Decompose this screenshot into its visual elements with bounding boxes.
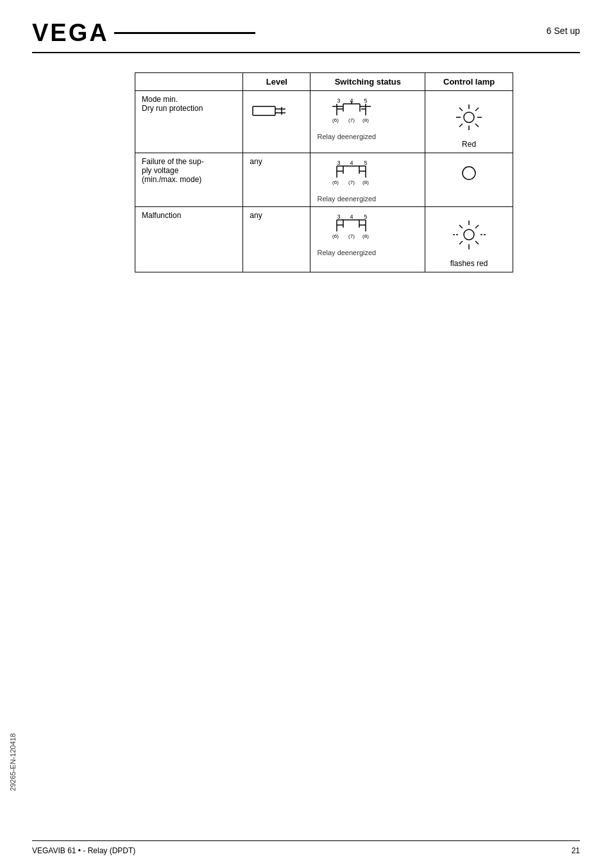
svg-text:3: 3	[337, 97, 341, 104]
svg-point-46	[463, 167, 475, 179]
sun-icon-1	[453, 101, 485, 133]
svg-line-30	[459, 124, 463, 127]
relay-diagram-3: 3 4 5 (6) (7) (8)	[329, 211, 406, 246]
footer-right: 21	[572, 846, 580, 855]
svg-point-31	[464, 112, 474, 122]
svg-text:5: 5	[364, 213, 368, 220]
svg-text:5: 5	[364, 97, 368, 104]
col-lamp-header: Control lamp	[425, 73, 513, 91]
svg-text:(6): (6)	[332, 179, 339, 185]
mode-label-3: Malfunction	[142, 211, 181, 220]
footer: VEGAVIB 61 • - Relay (DPDT) 21	[32, 840, 580, 855]
svg-text:(8): (8)	[362, 233, 369, 239]
circle-icon-2	[459, 163, 479, 183]
svg-text:4: 4	[350, 160, 353, 166]
svg-text:(6): (6)	[332, 233, 339, 239]
level-cell-1	[243, 91, 310, 153]
table-row: Failure of the sup-ply voltage(min./max.…	[135, 153, 513, 207]
table-row: Malfunction any 3 4 5 (6) (7) (8)	[135, 207, 513, 272]
svg-text:(6): (6)	[332, 117, 339, 123]
page: VEGA 6 Set up Level Switching status Con…	[0, 0, 612, 868]
level-any-3: any	[250, 211, 262, 220]
sun-flash-icon	[432, 211, 506, 259]
sun-solid-icon	[432, 95, 506, 140]
relay-diagram-2: 3 4 5 (6) (7) (8)	[329, 157, 406, 192]
svg-text:(7): (7)	[348, 233, 355, 239]
switch-cell-3: 3 4 5 (6) (7) (8)	[310, 207, 425, 272]
logo-bar: VEGA	[32, 19, 255, 47]
svg-text:(7): (7)	[348, 117, 355, 123]
level-cell-2: any	[243, 153, 310, 207]
logo: VEGA	[32, 19, 109, 47]
mode-cell-3: Malfunction	[135, 207, 243, 272]
switch-cell-1: 3 4 5 (6) (7) (8) Relay de	[310, 91, 425, 153]
col-mode-header	[135, 73, 243, 91]
svg-point-69	[464, 230, 474, 240]
mode-cell-2: Failure of the sup-ply voltage(min./max.…	[135, 153, 243, 207]
lamp-label-1: Red	[432, 140, 506, 149]
circle-empty-icon	[432, 157, 506, 189]
level-cell-3: any	[243, 207, 310, 272]
svg-text:5: 5	[364, 160, 368, 166]
col-switch-header: Switching status	[310, 73, 425, 91]
svg-rect-0	[253, 106, 275, 115]
svg-line-29	[475, 108, 479, 111]
relay-label-2: Relay deenergized	[317, 195, 418, 203]
relay-diagram-1: 3 4 5 (6) (7) (8)	[329, 95, 406, 130]
svg-text:(8): (8)	[362, 179, 369, 185]
table-row: Mode min.Dry run protection	[135, 91, 513, 153]
svg-text:(7): (7)	[348, 179, 355, 185]
svg-line-66	[475, 241, 479, 244]
header: VEGA 6 Set up	[32, 19, 580, 53]
level-icon-1	[250, 95, 288, 127]
lamp-cell-1: Red	[425, 91, 513, 153]
svg-line-28	[475, 124, 479, 127]
relay-label-1: Relay deenergized	[317, 133, 418, 140]
col-level-header: Level	[243, 73, 310, 91]
relay-label-3: Relay deenergized	[317, 249, 418, 256]
svg-line-68	[459, 241, 463, 244]
svg-line-27	[459, 108, 463, 111]
lamp-cell-2	[425, 153, 513, 207]
lamp-label-3: flashes red	[432, 259, 506, 268]
mode-label-1: Mode min.Dry run protection	[142, 95, 203, 113]
mode-cell-1: Mode min.Dry run protection	[135, 91, 243, 153]
svg-text:4: 4	[350, 97, 353, 104]
lamp-cell-3: flashes red	[425, 207, 513, 272]
level-any-2: any	[250, 157, 262, 166]
switch-cell-2: 3 4 5 (6) (7) (8)	[310, 153, 425, 207]
svg-text:3: 3	[337, 213, 341, 220]
section-label: 6 Set up	[547, 19, 580, 36]
side-text: 29265-EN-120418	[9, 733, 17, 791]
sun-flash-svg	[452, 217, 487, 253]
svg-text:4: 4	[350, 213, 353, 220]
svg-line-67	[475, 225, 479, 228]
footer-left: VEGAVIB 61 • - Relay (DPDT)	[32, 846, 135, 855]
svg-text:(8): (8)	[362, 117, 369, 123]
logo-line	[114, 32, 255, 34]
svg-text:3: 3	[337, 160, 341, 166]
mode-label-2: Failure of the sup-ply voltage(min./max.…	[142, 157, 204, 184]
table-header-row: Level Switching status Control lamp	[135, 73, 513, 91]
svg-line-65	[459, 225, 463, 228]
main-table: Level Switching status Control lamp Mode…	[135, 72, 513, 272]
